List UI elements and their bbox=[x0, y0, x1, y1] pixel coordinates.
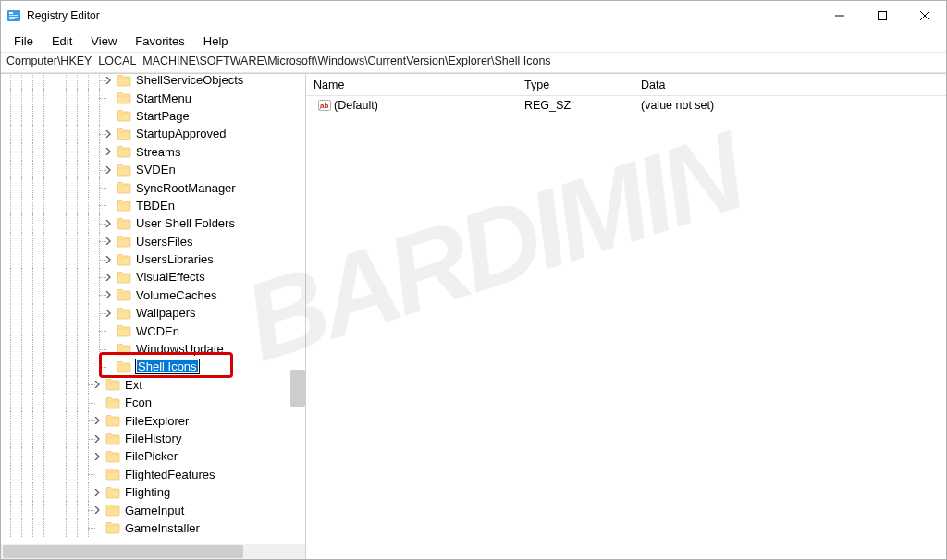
tree-item[interactable]: ShellServiceObjects bbox=[5, 74, 305, 89]
tree-item[interactable]: FileHistory bbox=[5, 430, 305, 447]
tree-item[interactable]: Wallpapers bbox=[5, 304, 305, 322]
tree-item[interactable]: TBDEn bbox=[5, 197, 305, 214]
tree-item-label: VisualEffects bbox=[135, 270, 206, 284]
folder-icon bbox=[105, 450, 120, 463]
folder-icon bbox=[105, 432, 120, 445]
folder-icon bbox=[117, 360, 131, 373]
tree-item-label: FileExplorer bbox=[124, 414, 190, 428]
folder-icon bbox=[117, 343, 131, 356]
folder-icon bbox=[117, 145, 131, 158]
tree-item-label: StartMenu bbox=[135, 91, 192, 105]
tree-item[interactable]: Shell Icons bbox=[5, 358, 305, 375]
tree-item-label: FileHistory bbox=[124, 432, 182, 445]
folder-icon bbox=[117, 235, 131, 248]
folder-icon bbox=[117, 181, 131, 194]
tree-item[interactable]: Fcon bbox=[5, 394, 305, 411]
value-row[interactable]: ab(Default)REG_SZ(value not set) bbox=[306, 96, 946, 115]
tree-item[interactable]: FilePicker bbox=[5, 447, 305, 465]
window-title: Registry Editor bbox=[27, 9, 100, 22]
tree-item[interactable]: Streams bbox=[5, 143, 305, 161]
value-type: REG_SZ bbox=[517, 99, 633, 112]
tree-item-label[interactable]: Shell Icons bbox=[135, 359, 200, 374]
tree-item-label: WCDEn bbox=[135, 324, 180, 338]
tree-item-label: GameInput bbox=[124, 504, 185, 517]
tree-item-label: WindowsUpdate bbox=[135, 342, 225, 356]
minimize-button[interactable] bbox=[818, 1, 861, 30]
tree-item-label: VolumeCaches bbox=[135, 288, 217, 302]
tree-item[interactable]: FileExplorer bbox=[5, 411, 305, 429]
svg-text:ab: ab bbox=[320, 102, 328, 110]
titlebar: Registry Editor bbox=[1, 1, 946, 30]
registry-editor-window: Registry Editor File Edit View Favorites… bbox=[0, 0, 947, 560]
tree-item[interactable]: SVDEn bbox=[5, 161, 305, 178]
tree-pane: ShellServiceObjectsStartMenuStartPageSta… bbox=[1, 74, 306, 559]
folder-icon bbox=[117, 288, 131, 301]
svg-rect-5 bbox=[879, 12, 887, 20]
folder-icon bbox=[117, 307, 131, 320]
tree-item[interactable]: StartPage bbox=[5, 107, 305, 125]
svg-rect-2 bbox=[9, 15, 18, 16]
folder-icon bbox=[117, 91, 131, 104]
value-name: (Default) bbox=[334, 99, 378, 112]
folder-icon bbox=[105, 521, 120, 534]
tree-item-label: ShellServiceObjects bbox=[135, 74, 244, 87]
close-button[interactable] bbox=[904, 1, 946, 30]
menubar: File Edit View Favorites Help bbox=[1, 30, 946, 53]
tree-item-label: Flighting bbox=[124, 485, 171, 499]
tree-item[interactable]: Ext bbox=[5, 376, 305, 394]
tree-item-label: User Shell Folders bbox=[135, 216, 236, 230]
tree-item[interactable]: GameInput bbox=[5, 501, 305, 518]
tree-item-label: SVDEn bbox=[135, 163, 177, 177]
tree-item-label: UsersFiles bbox=[135, 235, 193, 249]
main-split: ShellServiceObjectsStartMenuStartPageSta… bbox=[1, 73, 946, 559]
tree-item-label: FlightedFeatures bbox=[124, 468, 216, 481]
column-header-data[interactable]: Data bbox=[633, 79, 946, 91]
tree-item[interactable]: VisualEffects bbox=[5, 268, 305, 286]
value-data: (value not set) bbox=[633, 99, 946, 112]
app-icon bbox=[6, 8, 21, 23]
tree-item[interactable]: StartupApproved bbox=[5, 125, 305, 142]
tree-item[interactable]: WindowsUpdate bbox=[5, 340, 305, 358]
tree-horizontal-scrollbar[interactable] bbox=[1, 544, 305, 559]
tree-item-label: Fcon bbox=[124, 396, 153, 409]
tree-item-label: Wallpapers bbox=[135, 306, 197, 320]
folder-icon bbox=[105, 378, 120, 391]
tree-horizontal-scrollbar-thumb[interactable] bbox=[3, 545, 243, 558]
tree-vertical-scrollbar[interactable] bbox=[290, 370, 305, 407]
folder-icon bbox=[117, 199, 131, 212]
tree-item-label: UsersLibraries bbox=[135, 252, 215, 266]
tree-item-label: GameInstaller bbox=[124, 521, 201, 535]
tree-item[interactable]: User Shell Folders bbox=[5, 214, 305, 232]
folder-icon bbox=[105, 414, 120, 427]
menu-view[interactable]: View bbox=[81, 32, 126, 50]
folder-icon bbox=[117, 109, 131, 122]
tree-item[interactable]: UsersLibraries bbox=[5, 250, 305, 268]
folder-icon bbox=[105, 486, 120, 499]
tree-item-label: SyncRootManager bbox=[135, 181, 237, 195]
menu-file[interactable]: File bbox=[5, 32, 43, 50]
folder-icon bbox=[117, 128, 131, 140]
tree-item[interactable]: WCDEn bbox=[5, 322, 305, 339]
tree-item[interactable]: StartMenu bbox=[5, 89, 305, 106]
folder-icon bbox=[117, 74, 131, 87]
tree-item[interactable]: VolumeCaches bbox=[5, 286, 305, 304]
tree-item[interactable]: Flighting bbox=[5, 483, 305, 501]
menu-help[interactable]: Help bbox=[194, 32, 238, 50]
tree-item[interactable]: GameInstaller bbox=[5, 519, 305, 537]
tree-item-label: StartPage bbox=[135, 109, 191, 123]
tree-item-label: TBDEn bbox=[135, 199, 176, 213]
folder-icon bbox=[117, 253, 131, 266]
folder-icon bbox=[117, 217, 131, 230]
menu-edit[interactable]: Edit bbox=[43, 32, 81, 50]
tree-item[interactable]: SyncRootManager bbox=[5, 178, 305, 196]
tree-item[interactable]: UsersFiles bbox=[5, 233, 305, 250]
column-header-name[interactable]: Name bbox=[306, 79, 517, 91]
tree-item-label: StartupApproved bbox=[135, 127, 228, 140]
svg-rect-1 bbox=[9, 12, 13, 14]
address-bar[interactable]: Computer\HKEY_LOCAL_MACHINE\SOFTWARE\Mic… bbox=[1, 53, 946, 73]
string-value-icon: ab bbox=[317, 98, 332, 113]
menu-favorites[interactable]: Favorites bbox=[126, 32, 193, 50]
maximize-button[interactable] bbox=[861, 1, 904, 30]
tree-item[interactable]: FlightedFeatures bbox=[5, 466, 305, 483]
column-header-type[interactable]: Type bbox=[517, 79, 633, 91]
